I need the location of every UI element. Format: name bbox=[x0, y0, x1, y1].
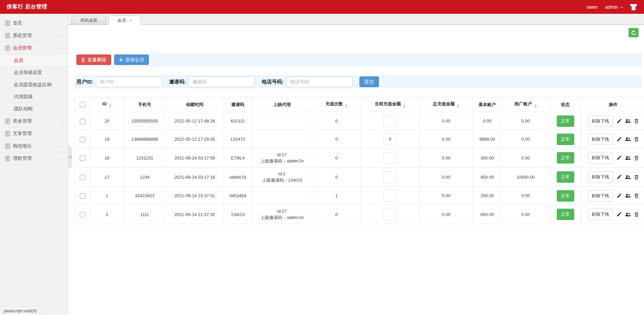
row-checkbox[interactable] bbox=[80, 155, 85, 161]
sidebar-item[interactable]: 系统管理 bbox=[0, 30, 68, 42]
status-button[interactable]: 正常 bbox=[557, 171, 574, 183]
current-recharge-input[interactable] bbox=[383, 133, 397, 145]
pencil-icon[interactable] bbox=[617, 137, 621, 142]
column-header[interactable]: 当前充值金额 bbox=[361, 97, 419, 112]
users-icon[interactable] bbox=[625, 137, 631, 141]
user-dropdown[interactable]: admin bbox=[605, 4, 622, 10]
pencil-icon[interactable] bbox=[617, 175, 621, 179]
remove-downline-button[interactable]: 剔除下线 bbox=[588, 209, 613, 220]
refresh-icon bbox=[631, 30, 636, 35]
column-header-label: 手机号 bbox=[138, 102, 151, 107]
select-all-checkbox[interactable] bbox=[80, 102, 85, 107]
trash-icon[interactable] bbox=[634, 193, 639, 198]
pencil-icon[interactable] bbox=[617, 194, 621, 198]
users-icon[interactable] bbox=[625, 212, 631, 217]
remove-downline-button[interactable]: 剔除下线 bbox=[588, 115, 613, 127]
sort-icon[interactable] bbox=[345, 104, 348, 108]
column-header[interactable]: 总充值金额 bbox=[419, 97, 473, 112]
refresh-button[interactable] bbox=[629, 28, 639, 37]
pencil-icon[interactable] bbox=[617, 212, 621, 217]
invite-code-input[interactable] bbox=[189, 76, 255, 87]
cell-total-recharge: 0.00 bbox=[419, 112, 473, 130]
table-body: 20155555555552022-05-12 17:48:2663131100… bbox=[75, 112, 644, 224]
cell-basic-account: 650.00 bbox=[473, 205, 502, 224]
sidebar-item[interactable]: 钱包地址 bbox=[0, 140, 68, 152]
chevron-down-icon bbox=[60, 21, 63, 25]
status-button[interactable]: 正常 bbox=[557, 134, 574, 145]
trash-icon[interactable] bbox=[634, 212, 639, 217]
pencil-icon[interactable] bbox=[617, 119, 621, 124]
remove-downline-button[interactable]: 剔除下线 bbox=[588, 134, 613, 145]
batch-delete-button[interactable]: 批量删除 bbox=[76, 55, 111, 65]
sidebar-item[interactable]: 会员管理 bbox=[0, 42, 68, 55]
current-recharge-input[interactable] bbox=[383, 171, 397, 183]
sidebar-collapse-handle[interactable] bbox=[68, 144, 72, 171]
status-button[interactable]: 正常 bbox=[557, 209, 574, 220]
chevron-left-icon bbox=[69, 155, 71, 159]
column-header[interactable]: ID bbox=[90, 97, 124, 112]
status-button[interactable]: 正常 bbox=[557, 190, 574, 202]
row-checkbox[interactable] bbox=[80, 194, 85, 199]
sidebar-item[interactable]: 资金管理 bbox=[0, 115, 68, 128]
current-recharge-input[interactable] bbox=[383, 190, 397, 202]
tab-my-desktop[interactable]: 我的桌面 bbox=[71, 16, 107, 25]
trash-icon[interactable] bbox=[634, 175, 639, 180]
submit-button[interactable]: 提交 bbox=[359, 76, 379, 87]
sidebar-subitem[interactable]: 会员提现收益比例 bbox=[0, 79, 68, 91]
sort-icon[interactable] bbox=[109, 104, 111, 108]
users-icon[interactable] bbox=[625, 175, 631, 179]
row-checkbox[interactable] bbox=[80, 137, 85, 142]
status-button[interactable]: 正常 bbox=[557, 115, 574, 127]
status-button[interactable]: 正常 bbox=[557, 152, 574, 164]
remove-downline-button[interactable]: 剔除下线 bbox=[588, 152, 613, 164]
sidebar-subitem-label: 团队结构 bbox=[14, 106, 33, 112]
current-recharge-input[interactable] bbox=[383, 152, 397, 164]
cell-actions: 剔除下线 bbox=[581, 130, 644, 148]
cell-invite-code: 3453454 bbox=[224, 187, 252, 205]
main-area: 我的桌面 会员 × 批量删除 bbox=[68, 14, 644, 315]
column-header[interactable]: 充值次数 bbox=[312, 97, 361, 112]
sidebar-subitem[interactable]: 会员等级设置 bbox=[0, 67, 68, 79]
row-checkbox[interactable] bbox=[80, 175, 85, 180]
remove-downline-button[interactable]: 剔除下线 bbox=[588, 171, 613, 183]
row-checkbox[interactable] bbox=[80, 119, 85, 124]
app-title: 侠客行 后台管理 bbox=[7, 3, 47, 10]
cell-recharge-count: 0 bbox=[312, 205, 361, 224]
users-icon[interactable] bbox=[625, 156, 631, 160]
trash-icon[interactable] bbox=[634, 118, 639, 124]
cell-phone: 32423423 bbox=[124, 187, 166, 205]
pencil-icon[interactable] bbox=[617, 155, 621, 160]
document-icon bbox=[5, 143, 10, 149]
sidebar-subitem[interactable]: 会员 bbox=[0, 55, 68, 67]
sidebar-subitem[interactable]: 团队结构 bbox=[0, 103, 68, 115]
close-icon[interactable]: × bbox=[129, 18, 132, 23]
trash-icon[interactable] bbox=[634, 155, 639, 161]
sort-icon[interactable] bbox=[403, 104, 406, 108]
column-header-label: 上级代理 bbox=[273, 102, 291, 107]
column-header-label: 基本账户 bbox=[479, 102, 496, 107]
column-header: 上级代理 bbox=[252, 97, 312, 112]
tshirt-icon[interactable] bbox=[630, 4, 637, 10]
user-id-input[interactable] bbox=[96, 76, 162, 87]
remove-downline-button[interactable]: 剔除下线 bbox=[588, 190, 613, 202]
table-row: 211112021-09-14 21:37:32234r23id:17上级邀请码… bbox=[75, 205, 644, 224]
tab-members[interactable]: 会员 × bbox=[108, 16, 141, 25]
sidebar-item[interactable]: 文章管理 bbox=[0, 128, 68, 140]
add-member-button[interactable]: 添加会员 bbox=[114, 55, 149, 65]
sidebar-subitem[interactable]: 代理层级 bbox=[0, 91, 68, 103]
sort-icon[interactable] bbox=[457, 104, 459, 108]
sidebar-item[interactable]: 理财管理 bbox=[0, 152, 68, 165]
phone-input[interactable] bbox=[286, 76, 353, 87]
users-icon[interactable] bbox=[625, 119, 631, 123]
sort-icon[interactable] bbox=[534, 104, 537, 108]
trash-icon[interactable] bbox=[634, 137, 639, 142]
cell-parent-agent bbox=[252, 187, 312, 205]
users-icon[interactable] bbox=[625, 194, 631, 198]
sidebar-item-label: 会员管理 bbox=[13, 45, 32, 51]
current-recharge-input[interactable] bbox=[383, 115, 397, 127]
cell-actions: 剔除下线 bbox=[581, 168, 644, 187]
sidebar-item[interactable]: 首页 bbox=[0, 17, 68, 30]
row-checkbox[interactable] bbox=[80, 212, 85, 217]
current-recharge-input[interactable] bbox=[383, 209, 397, 220]
column-header[interactable]: 推广账户 bbox=[502, 97, 550, 112]
